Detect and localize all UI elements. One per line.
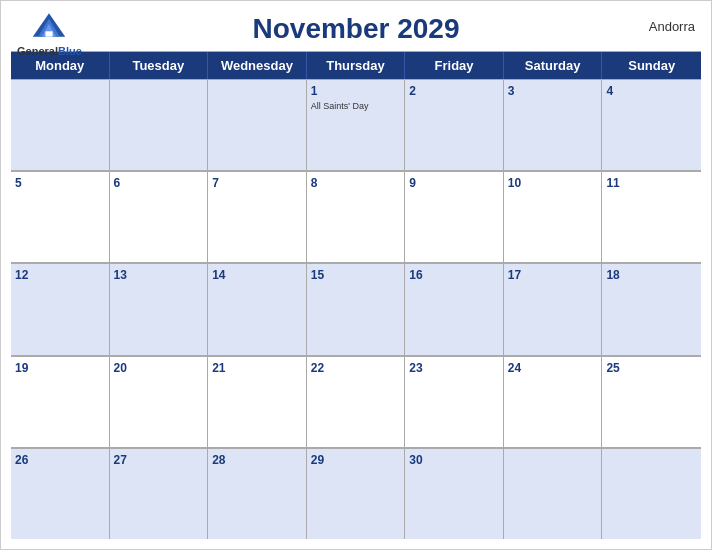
day-cell: 23 [405,356,504,447]
day-cell: 13 [110,263,209,354]
day-cell: 25 [602,356,701,447]
day-header-wednesday: Wednesday [208,52,307,79]
day-cell: 12 [11,263,110,354]
logo-general: GeneralBlue [17,41,82,59]
day-header-friday: Friday [405,52,504,79]
day-number: 18 [606,267,697,284]
day-cell: 21 [208,356,307,447]
day-number: 17 [508,267,598,284]
weeks-container: 1All Saints' Day234567891011121314151617… [11,79,701,539]
week-row-4: 19202122232425 [11,356,701,448]
day-number: 11 [606,175,697,192]
svg-rect-3 [46,31,53,36]
day-cell [208,79,307,170]
holiday-name: All Saints' Day [311,101,401,113]
day-number: 1 [311,83,401,100]
day-number: 10 [508,175,598,192]
day-header-thursday: Thursday [307,52,406,79]
day-cell: 1All Saints' Day [307,79,406,170]
day-header-tuesday: Tuesday [110,52,209,79]
day-cell: 3 [504,79,603,170]
day-cell: 14 [208,263,307,354]
day-cell: 4 [602,79,701,170]
day-number: 9 [409,175,499,192]
day-cell: 7 [208,171,307,262]
day-cell: 8 [307,171,406,262]
day-cell: 29 [307,448,406,539]
day-cell [602,448,701,539]
day-number: 24 [508,360,598,377]
day-number: 21 [212,360,302,377]
day-cell: 26 [11,448,110,539]
day-number: 19 [15,360,105,377]
day-cell: 19 [11,356,110,447]
day-cell: 6 [110,171,209,262]
day-number: 4 [606,83,697,100]
day-number: 15 [311,267,401,284]
day-number: 20 [114,360,204,377]
day-cell [11,79,110,170]
calendar-container: GeneralBlue November 2029 Andorra Monday… [0,0,712,550]
day-cell [504,448,603,539]
day-headers-row: MondayTuesdayWednesdayThursdayFridaySatu… [11,52,701,79]
calendar-title: November 2029 [252,13,459,45]
day-number: 13 [114,267,204,284]
day-number: 28 [212,452,302,469]
week-row-3: 12131415161718 [11,263,701,355]
calendar-grid: MondayTuesdayWednesdayThursdayFridaySatu… [11,51,701,539]
day-number: 6 [114,175,204,192]
day-number: 7 [212,175,302,192]
day-cell: 16 [405,263,504,354]
day-header-saturday: Saturday [504,52,603,79]
day-number: 27 [114,452,204,469]
day-cell: 27 [110,448,209,539]
day-number: 30 [409,452,499,469]
day-header-sunday: Sunday [602,52,701,79]
day-number: 23 [409,360,499,377]
day-cell: 10 [504,171,603,262]
day-number: 5 [15,175,105,192]
day-cell: 5 [11,171,110,262]
day-number: 29 [311,452,401,469]
country-label: Andorra [649,19,695,34]
week-row-1: 1All Saints' Day234 [11,79,701,171]
logo-area: GeneralBlue [17,11,82,59]
day-cell: 22 [307,356,406,447]
day-number: 14 [212,267,302,284]
day-number: 22 [311,360,401,377]
day-number: 25 [606,360,697,377]
day-cell: 18 [602,263,701,354]
day-number: 26 [15,452,105,469]
day-cell: 9 [405,171,504,262]
day-cell: 11 [602,171,701,262]
day-cell [110,79,209,170]
calendar-header: GeneralBlue November 2029 Andorra [1,1,711,51]
day-cell: 20 [110,356,209,447]
day-cell: 15 [307,263,406,354]
day-number: 12 [15,267,105,284]
logo-icon [31,11,67,39]
day-cell: 2 [405,79,504,170]
day-number: 3 [508,83,598,100]
week-row-5: 2627282930 [11,448,701,539]
day-number: 8 [311,175,401,192]
day-cell: 24 [504,356,603,447]
day-number: 16 [409,267,499,284]
day-cell: 17 [504,263,603,354]
day-number: 2 [409,83,499,100]
week-row-2: 567891011 [11,171,701,263]
day-cell: 28 [208,448,307,539]
day-cell: 30 [405,448,504,539]
